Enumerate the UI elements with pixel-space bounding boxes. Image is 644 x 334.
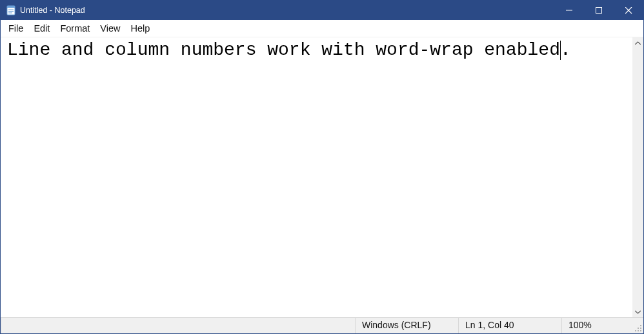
maximize-button[interactable] [584, 1, 614, 20]
status-line-ending: Windows (CRLF) [355, 318, 458, 333]
menubar: File Edit Format View Help [1, 20, 643, 37]
status-position: Ln 1, Col 40 [458, 318, 561, 333]
svg-point-13 [638, 330, 639, 331]
titlebar[interactable]: Untitled - Notepad [1, 1, 643, 20]
scroll-down-button[interactable] [632, 306, 643, 317]
svg-rect-6 [596, 8, 602, 14]
notepad-window: Untitled - Notepad File Edit Format View… [0, 0, 644, 334]
menu-edit[interactable]: Edit [28, 21, 55, 35]
window-title: Untitled - Notepad [20, 6, 85, 15]
svg-point-11 [640, 328, 641, 329]
status-spacer [1, 318, 355, 333]
svg-point-12 [635, 330, 636, 331]
scroll-up-button[interactable] [632, 37, 643, 48]
status-zoom: 100% [561, 318, 632, 333]
svg-point-14 [640, 330, 641, 331]
text-editor[interactable]: Line and column numbers work with word-w… [1, 37, 632, 317]
vertical-scrollbar[interactable] [632, 37, 643, 317]
statusbar: Windows (CRLF) Ln 1, Col 40 100% [1, 317, 643, 333]
minimize-button[interactable] [554, 1, 584, 20]
text-caret [560, 41, 561, 60]
svg-point-9 [640, 325, 641, 326]
close-button[interactable] [614, 1, 643, 20]
menu-view[interactable]: View [95, 21, 125, 35]
svg-rect-1 [7, 6, 15, 8]
menu-file[interactable]: File [3, 21, 28, 35]
menu-format[interactable]: Format [55, 21, 95, 35]
svg-point-10 [638, 328, 639, 329]
editor-area: Line and column numbers work with word-w… [1, 37, 643, 317]
menu-help[interactable]: Help [125, 21, 155, 35]
notepad-icon [6, 5, 16, 15]
resize-grip[interactable] [632, 318, 643, 333]
